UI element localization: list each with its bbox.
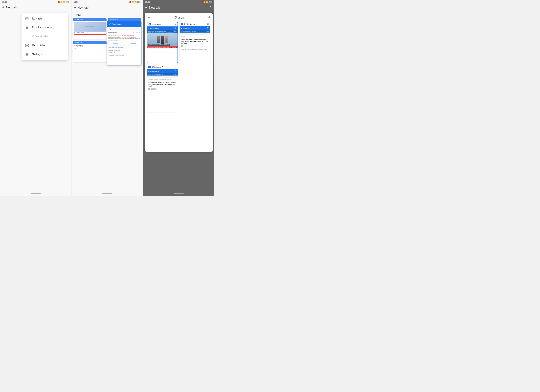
exp-close-icon[interactable]: ✕ [137,23,140,25]
preview-article-3: SAMSUNG ANDROID SOFTWARE UPDATES 5G 5G S… [147,78,178,91]
tab-close-3[interactable]: ✕ [174,66,176,68]
status-bar-panel1: 10:00 🔕 📶 📶 93% [0,0,71,4]
tab-red-banner-1 [74,34,106,35]
time-panel3: 10:00 [145,1,150,3]
exp-search-bar: 🔍 Reset all [108,28,140,30]
tab-favicon-letter-3: P [149,66,150,68]
tab-close-2[interactable]: ✕ [207,23,209,25]
tabs-expanded-grid: P PhoneArena - ✕ ≡ phoneArena 🔍 Get the … [147,22,210,113]
exp-search-icon: 🔍 [109,28,111,30]
preview-home-3: Home › News › You are here: [147,76,178,78]
exp-warning: WARNING: EXPERIMENTAL FEATURES AHEAD! [107,34,141,36]
preview-logo-2: phoneArena [183,27,191,29]
menu-label-incognito: New incognito tab [32,26,53,29]
three-dots-panel2[interactable]: ⋮ [137,6,140,10]
preview-phones-1: The Galaxy S21 series is released! [147,33,178,46]
group-tabs-icon [25,43,29,48]
tab-favicon-letter-1: P [149,24,150,25]
battery-panel2: 92% [137,1,140,3]
header-new-tab-label-panel3: New tab [149,6,160,10]
tab-card-2[interactable]: P It's the Samsu ✕ ≡ phoneArena 🔍 Get th… [180,22,210,63]
svg-rect-9 [25,44,27,45]
svg-point-4 [26,28,27,29]
menu-label-group-tabs: Group tabs [32,44,45,47]
signal-icon-p3: 📶 [206,1,208,3]
back-icon[interactable]: ← [147,15,150,20]
tab-card-1-title: PhoneArena - [152,24,173,25]
exp-search-input[interactable] [111,28,134,30]
tab-topbar-3: ≡ phoneArena 🔍 [73,41,106,44]
hamburger-icon-1: ≡ [148,27,149,29]
view-btn-2[interactable]: View [206,31,209,32]
tab-card-1[interactable]: P PhoneArena - ✕ ≡ phoneArena 🔍 Get the … [147,22,178,63]
exp-tab-available[interactable]: Available [107,42,124,45]
tab-card-3[interactable]: P 5G Samsung G... ✕ ≡ phoneArena 🔍 Get t… [147,65,178,113]
tab-thumb-1[interactable]: ≡ phoneArena 🔍 Samsung phones The Galaxy… [73,18,106,39]
exp-flag-1: Temporarily unexpire M86 flags. Temporar… [107,46,141,54]
tab-card-1-preview: ≡ phoneArena 🔍 Get the new Samsung Galax… [147,26,178,63]
time-panel2: 10:01 [74,1,78,3]
hamburger-icon-2: ≡ [181,27,182,29]
preview-search-3: 🔍 [174,70,177,72]
panel1: 10:00 🔕 📶 📶 93% + New tab New tab [0,0,71,196]
add-tab-expanded-icon[interactable]: + [208,15,210,20]
add-tab-icon-panel3[interactable]: + [145,6,147,10]
preview-banner-2: Get the new Samsung Galaxy S21 View [180,30,210,33]
tab-card-3-preview: ≡ phoneArena 🔍 Get the new Samsung Galax… [147,69,178,113]
settings-icon [25,52,29,57]
author-info-3: Alan Friedman @conflicalpute [151,88,156,90]
status-bar-panel3: 10:00 🔕 📶 📶 93% [143,0,215,4]
tab-text-1: The Galaxy S21 series... [74,32,106,33]
bottom-bar-panel2 [71,191,143,196]
tab-card-3-header: P 5G Samsung G... ✕ [147,65,178,69]
exp-flag-1-title: Temporarily unexpire M86 flags. [108,47,140,48]
menu-item-settings[interactable]: Settings [21,50,68,59]
tab-logo-2: ≡ phoneArena 🔍 [109,19,119,20]
preview-tags-2: SAMSUNG [181,36,209,38]
close-group-icon[interactable]: ✕ [138,14,140,17]
preview-body-2: Get the new Samsung Galaxy S21 View Home… [180,30,210,63]
signal-icon: 📶 [63,1,65,3]
dropdown-menu: New tab New incognito tab [21,13,68,60]
tab-card-2-preview: ≡ phoneArena 🔍 Get the new Samsung Galax… [180,26,210,63]
menu-item-new-tab[interactable]: New tab [21,14,68,23]
svg-rect-10 [27,44,29,45]
new-tab-menu-icon [25,16,29,21]
preview-tags-3: SAMSUNG ANDROID SOFTWARE UPDATES 5G [148,79,177,81]
exp-description: By enabling these features, you could lo… [107,36,141,41]
exp-select-default[interactable]: Default [108,52,113,53]
mute-icon-p2: 🔕 [129,1,131,3]
preview-logo-3: phoneArena [150,70,159,72]
wifi-icon-p3: 📶 [204,1,205,3]
tab-card-2-header: P It's the Samsu ✕ [180,22,210,26]
tab-thumb-3[interactable]: ≡ phoneArena 🔍 5G Samsung seriesgets an … [73,41,106,62]
preview-search-2: 🔍 [207,27,209,29]
tab-card-1-header: P PhoneArena - ✕ [147,22,178,26]
tab-card-3-title: 5G Samsung G... [152,66,173,68]
tab-thumb-1-inner: ≡ phoneArena 🔍 Samsung phones The Galaxy… [73,18,106,39]
tab-close-1[interactable]: ✕ [174,23,176,25]
preview-logo-1: phoneArena [150,27,159,29]
tabs-expanded-title: 3 tabs [175,15,184,19]
bottom-bar-panel1 [0,191,71,196]
hamburger-icon-3: ≡ [148,70,149,72]
menu-item-close-all[interactable]: Close all tabs [21,32,68,41]
view-btn-3[interactable]: View [173,74,177,75]
tabs-expanded-panel: ← 3 tabs + P PhoneArena - ✕ ≡ phoneArena [145,13,213,152]
add-tab-icon-panel2[interactable]: + [74,6,76,10]
menu-item-incognito[interactable]: New incognito tab [21,23,68,32]
preview-topbar-2: ≡ phoneArena 🔍 [180,26,210,30]
exp-reset-btn[interactable]: Reset all [135,29,139,29]
close-all-icon [25,34,29,39]
chevron-down-icon: ▼ [114,52,115,53]
exp-more-link[interactable]: Temporarily unexpire M87 flags... [107,54,141,56]
status-icons-panel3: 🔕 📶 📶 93% [201,1,212,3]
header-new-tab-label-panel1: New tab [6,6,17,9]
exp-tab-unavailable[interactable]: Unavailable [124,42,141,45]
tab-content-3: 5G Samsung seriesgets an Android updatee… [73,44,106,62]
chrome-header-panel3: + New tab ⋮ [143,4,215,11]
menu-item-group-tabs[interactable]: Group tabs [21,41,68,50]
add-tab-icon-panel1[interactable]: + [2,6,5,9]
mute-icon-p3: 🔕 [201,1,203,3]
three-dots-panel3[interactable]: ⋮ [209,6,212,10]
